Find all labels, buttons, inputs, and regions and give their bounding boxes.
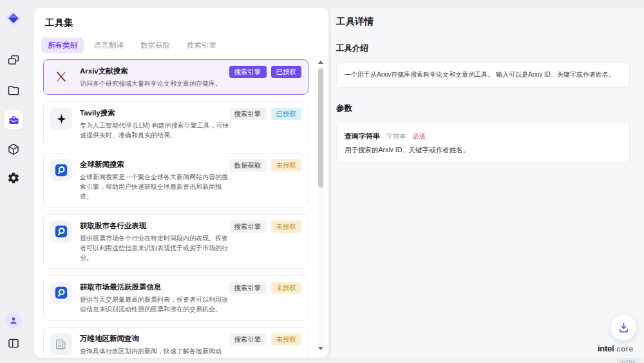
cube-icon[interactable] (7, 142, 21, 156)
category-badge: 搜索引擎 (229, 282, 267, 294)
category-tabs: 所有类别语言翻译数据获取搜索引擎 (41, 37, 328, 54)
tool-badges: 搜索引擎 未授权 (229, 333, 302, 346)
arxiv-icon (50, 66, 72, 88)
list-scrollbar[interactable] (317, 59, 324, 351)
toolbox-icon-active[interactable] (4, 110, 23, 130)
core-logo-text: core (617, 345, 634, 353)
auth-badge: 未授权 (271, 282, 302, 294)
q-search-icon (50, 221, 72, 242)
tool-name: 全球新闻搜索 (80, 160, 233, 170)
tool-description: 查询具体行政区划内的新闻，快速了解各地新闻动 (80, 346, 222, 356)
category-badge: 搜索引擎 (229, 108, 267, 120)
tool-card[interactable]: 获取股市各行业表现 提供股票市场各个行业在特定时间段内的表现。投资者可以利用这些… (43, 214, 308, 269)
scroll-down-arrow-icon[interactable] (318, 347, 323, 350)
icon-sidebar (0, 0, 27, 363)
folder-icon[interactable] (7, 84, 21, 97)
param-name: 查询字符串 (345, 132, 380, 140)
q-search-icon (50, 282, 72, 304)
scrollbar-thumb[interactable] (318, 68, 323, 188)
chat-icon[interactable] (7, 54, 21, 67)
intro-heading: 工具介绍 (336, 43, 630, 54)
param-card: 查询字符串 字符串 必填 用于搜索的Arxiv ID、关键字或作者姓名。 (336, 122, 630, 162)
tool-card[interactable]: 获取市场最活跃股票信息 提供当天交易量最高的股票列表，投资者可以利用这些信息来识… (43, 275, 308, 320)
page-title: 工具集 (45, 17, 328, 29)
param-header: 查询字符串 字符串 必填 (345, 130, 621, 141)
param-required-badge: 必填 (413, 133, 426, 140)
tool-card[interactable]: Tavily搜索 专为人工智能代理 (LLM) 构建的搜索引擎工具，可快速提供实… (43, 101, 308, 146)
tool-list-panel: 工具集 所有类别语言翻译数据获取搜索引擎 Arxiv文献搜索 访问各个研究领域大… (33, 8, 328, 358)
gear-icon[interactable] (7, 172, 20, 184)
tab-0[interactable]: 所有类别 (41, 37, 84, 54)
tab-3[interactable]: 搜索引擎 (180, 37, 223, 54)
newspaper-icon (50, 333, 72, 355)
q-search-icon (50, 159, 72, 181)
download-button[interactable] (611, 315, 636, 340)
params-heading: 参数 (336, 103, 630, 114)
intel-core-logo: intel core ultra (590, 342, 641, 363)
tool-name: 获取股市各行业表现 (80, 221, 233, 231)
auth-badge: 未授权 (271, 159, 302, 172)
tool-badges: 搜索引擎 已授权 (229, 108, 302, 120)
category-badge: 搜索引擎 (229, 333, 267, 346)
detail-title: 工具详情 (336, 15, 630, 28)
tool-badges: 搜索引擎 未授权 (229, 282, 302, 294)
tool-description: 全球新闻搜索是一个聚合全球各大新闻网站内容的搜索引擎，帮助用户快速获取全球最新资… (80, 172, 233, 201)
app-window: 工具集 所有类别语言翻译数据获取搜索引擎 Arxiv文献搜索 访问各个研究领域大… (0, 0, 644, 363)
star-icon (50, 108, 72, 130)
category-badge: 搜索引擎 (229, 66, 267, 78)
param-description: 用于搜索的Arxiv ID、关键字或作者姓名。 (345, 146, 621, 155)
sidebar-toggle-icon[interactable] (7, 337, 21, 350)
tab-2[interactable]: 数据获取 (134, 37, 176, 54)
app-logo-diamond (5, 9, 23, 27)
category-badge: 搜索引擎 (229, 221, 267, 233)
user-avatar-icon[interactable] (5, 312, 22, 329)
tool-detail-panel: 工具详情 工具介绍 一个用于从Arxiv存储库搜索科学论文和文章的工具。 输入可… (331, 8, 644, 358)
param-type: 字符串 (386, 133, 406, 140)
ultra-badge: ultra (618, 358, 638, 363)
tool-badges: 搜索引擎 已授权 (229, 66, 302, 78)
intro-card: 一个用于从Arxiv存储库搜索科学论文和文章的工具。 输入可以是Arxiv ID… (336, 62, 630, 88)
tool-card[interactable]: 万维地区新闻查询 查询具体行政区划内的新闻，快速了解各地新闻动 搜索引擎 未授权 (43, 327, 308, 358)
tool-badges: 数据获取 未授权 (229, 159, 302, 172)
tool-description: 提供股票市场各个行业在特定时间段内的表现。投资者可以利用这些信息来识别表现优于或… (80, 233, 233, 262)
tool-description: 访问各个研究领域大量科学论文和文章的存储库。 (80, 79, 222, 88)
auth-badge: 已授权 (271, 108, 302, 120)
tool-list: Arxiv文献搜索 访问各个研究领域大量科学论文和文章的存储库。 搜索引擎 已授… (43, 59, 308, 358)
intel-logo-text: intel (598, 344, 614, 353)
tool-description: 提供当天交易量最高的股票列表，投资者可以利用这些信息来识别流动性强的股票和潜在的… (80, 295, 233, 314)
auth-badge: 未授权 (271, 221, 302, 233)
tool-name: Tavily搜索 (80, 108, 233, 118)
tab-1[interactable]: 语言翻译 (88, 37, 130, 54)
auth-badge: 未授权 (271, 333, 302, 346)
auth-badge: 已授权 (271, 66, 302, 78)
tool-card[interactable]: 全球新闻搜索 全球新闻搜索是一个聚合全球各大新闻网站内容的搜索引擎，帮助用户快速… (43, 153, 308, 208)
category-badge: 数据获取 (229, 159, 267, 172)
download-icon (617, 321, 630, 335)
tool-description: 专为人工智能代理 (LLM) 构建的搜索引擎工具，可快速提供实时、准确和真实的结… (80, 121, 233, 140)
tool-name: 万维地区新闻查询 (80, 334, 222, 344)
tool-name: 获取市场最活跃股票信息 (80, 282, 233, 292)
scroll-up-arrow-icon[interactable] (318, 61, 323, 64)
tool-badges: 搜索引擎 未授权 (229, 221, 302, 233)
tool-name: Arxiv文献搜索 (80, 66, 222, 76)
tool-card[interactable]: Arxiv文献搜索 访问各个研究领域大量科学论文和文章的存储库。 搜索引擎 已授… (43, 59, 308, 95)
